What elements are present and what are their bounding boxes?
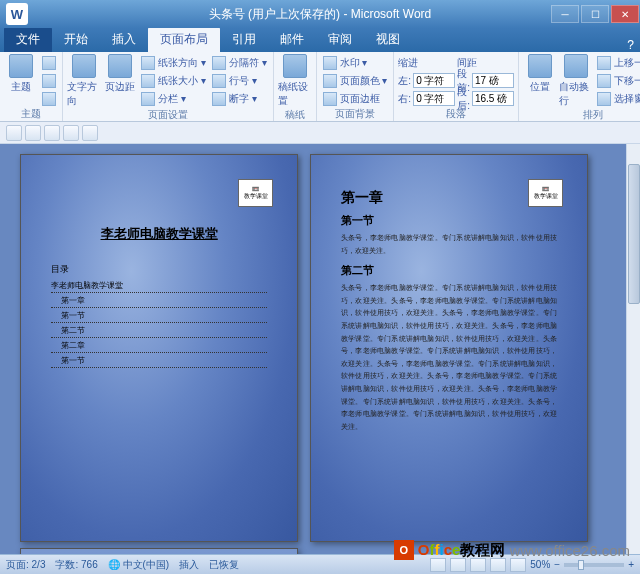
qat-button-2[interactable]: [25, 125, 41, 141]
toc-item: 第一章: [51, 295, 267, 308]
watermark-icon: [323, 56, 337, 70]
colors-icon: [42, 56, 56, 70]
tab-review[interactable]: 审阅: [316, 27, 364, 52]
manuscript-button[interactable]: 稿纸设置: [278, 54, 312, 108]
margins-icon: [108, 54, 132, 78]
tab-file[interactable]: 文件: [4, 27, 52, 52]
section-2-body: 头条号，李老师电脑教学课堂。专门系统讲解电脑知识，软件使用技巧，欢迎关注。头条号…: [341, 282, 557, 433]
section-1-heading: 第一节: [341, 213, 557, 228]
tab-home[interactable]: 开始: [52, 27, 100, 52]
group-label-page-setup: 页面设置: [67, 108, 269, 121]
themes-icon: [9, 54, 33, 78]
page-1[interactable]: 📼教学课堂 李老师电脑教学课堂 目录 李老师电脑教学课堂 第一章 第一节 第二节…: [20, 154, 298, 542]
columns-button[interactable]: 分栏 ▾: [139, 90, 208, 107]
selection-pane-icon: [597, 92, 611, 106]
watermark-button[interactable]: 水印 ▾: [321, 54, 390, 71]
tab-view[interactable]: 视图: [364, 27, 412, 52]
maximize-button[interactable]: ☐: [581, 5, 609, 23]
indent-left-input[interactable]: [413, 73, 455, 88]
tab-page-layout[interactable]: 页面布局: [148, 27, 220, 52]
orientation-button[interactable]: 纸张方向 ▾: [139, 54, 208, 71]
hyphen-icon: [212, 92, 226, 106]
site-watermark: O Office教程网 www.office26.com: [394, 540, 630, 560]
margins-button[interactable]: 页边距: [103, 54, 137, 94]
scroll-thumb[interactable]: [628, 164, 640, 304]
group-label-manuscript: 稿纸: [278, 108, 312, 121]
status-word-count[interactable]: 字数: 766: [55, 558, 97, 572]
bring-forward-button[interactable]: 上移一层 ▾: [595, 54, 640, 71]
space-before-input[interactable]: [472, 73, 514, 88]
zoom-out-button[interactable]: −: [554, 559, 560, 570]
wrap-text-button[interactable]: 自动换行: [559, 54, 593, 108]
bring-fwd-icon: [597, 56, 611, 70]
tab-insert[interactable]: 插入: [100, 27, 148, 52]
section-1-body: 头条号，李老师电脑教学课堂。专门系统讲解电脑知识，软件使用技巧，欢迎关注。: [341, 232, 557, 257]
watermark-domain: www.office26.com: [509, 542, 630, 559]
zoom-slider[interactable]: [564, 563, 624, 567]
theme-fonts-button[interactable]: [40, 72, 58, 89]
vertical-scrollbar[interactable]: [626, 144, 640, 554]
qat-button-3[interactable]: [44, 125, 60, 141]
status-language[interactable]: 🌐 中文(中国): [108, 558, 169, 572]
breaks-icon: [212, 56, 226, 70]
table-of-contents: 李老师电脑教学课堂 第一章 第一节 第二节 第二章 第一节: [51, 280, 267, 368]
toc-item: 第一节: [51, 355, 267, 368]
toc-item: 第二节: [51, 325, 267, 338]
page-2-logo: 📼教学课堂: [528, 179, 563, 207]
themes-button[interactable]: 主题: [4, 54, 38, 94]
zoom-slider-thumb[interactable]: [578, 560, 584, 570]
status-insert-mode[interactable]: 插入: [179, 558, 199, 572]
ribbon-group-paragraph: 缩进 左: 右: 间距 段前: 段后: 段落: [394, 52, 519, 121]
office-logo-icon: O: [394, 540, 414, 560]
page-2[interactable]: 📼教学课堂 第一章 第一节 头条号，李老师电脑教学课堂。专门系统讲解电脑知识，软…: [310, 154, 588, 542]
page-color-button[interactable]: 页面颜色 ▾: [321, 72, 390, 89]
position-icon: [528, 54, 552, 78]
qat-button-1[interactable]: [6, 125, 22, 141]
themes-label: 主题: [11, 80, 31, 94]
ribbon-group-manuscript: 稿纸设置 稿纸: [274, 52, 317, 121]
line-num-icon: [212, 74, 226, 88]
wrap-icon: [564, 54, 588, 78]
theme-colors-button[interactable]: [40, 54, 58, 71]
position-button[interactable]: 位置: [523, 54, 557, 94]
ribbon-group-page-setup: 文字方向 页边距 纸张方向 ▾ 纸张大小 ▾ 分栏 ▾ 分隔符 ▾ 行号 ▾ 断…: [63, 52, 274, 121]
close-button[interactable]: ✕: [611, 5, 639, 23]
group-label-paragraph: 段落: [398, 107, 514, 120]
ribbon-group-page-bg: 水印 ▾ 页面颜色 ▾ 页面边框 页面背景: [317, 52, 395, 121]
space-after-spinner[interactable]: 段后:: [457, 90, 514, 107]
group-label-arrange: 排列: [523, 108, 640, 121]
page-border-button[interactable]: 页面边框: [321, 90, 390, 107]
status-page[interactable]: 页面: 2/3: [6, 558, 45, 572]
document-area[interactable]: 📼教学课堂 李老师电脑教学课堂 目录 李老师电脑教学课堂 第一章 第一节 第二节…: [0, 144, 626, 554]
title-bar: W 头条号 (用户上次保存的) - Microsoft Word ─ ☐ ✕: [0, 0, 640, 28]
tab-mailings[interactable]: 邮件: [268, 27, 316, 52]
help-icon[interactable]: ?: [621, 38, 640, 52]
page-1-logo: 📼教学课堂: [238, 179, 273, 207]
group-label-themes: 主题: [4, 107, 58, 120]
hyphenation-button[interactable]: 断字 ▾: [210, 90, 269, 107]
toc-item: 第一节: [51, 310, 267, 323]
text-direction-button[interactable]: 文字方向: [67, 54, 101, 108]
size-button[interactable]: 纸张大小 ▾: [139, 72, 208, 89]
minimize-button[interactable]: ─: [551, 5, 579, 23]
zoom-in-button[interactable]: +: [628, 559, 634, 570]
window-title: 头条号 (用户上次保存的) - Microsoft Word: [209, 6, 431, 23]
tab-references[interactable]: 引用: [220, 27, 268, 52]
line-numbers-button[interactable]: 行号 ▾: [210, 72, 269, 89]
zoom-level[interactable]: 50%: [530, 559, 550, 570]
orientation-icon: [141, 56, 155, 70]
space-after-input[interactable]: [472, 91, 514, 106]
breaks-button[interactable]: 分隔符 ▾: [210, 54, 269, 71]
selection-pane-button[interactable]: 选择窗格: [595, 90, 640, 107]
toc-label: 目录: [51, 263, 267, 276]
indent-right-spinner[interactable]: 右:: [398, 90, 455, 107]
ribbon-tabs: 文件 开始 插入 页面布局 引用 邮件 审阅 视图 ?: [0, 28, 640, 52]
send-backward-button[interactable]: 下移一层 ▾: [595, 72, 640, 89]
theme-effects-button[interactable]: [40, 90, 58, 107]
page-border-icon: [323, 92, 337, 106]
indent-right-input[interactable]: [413, 91, 455, 106]
status-saved: 已恢复: [209, 558, 239, 572]
indent-left-spinner[interactable]: 左:: [398, 72, 455, 89]
qat-button-4[interactable]: [63, 125, 79, 141]
qat-button-5[interactable]: [82, 125, 98, 141]
